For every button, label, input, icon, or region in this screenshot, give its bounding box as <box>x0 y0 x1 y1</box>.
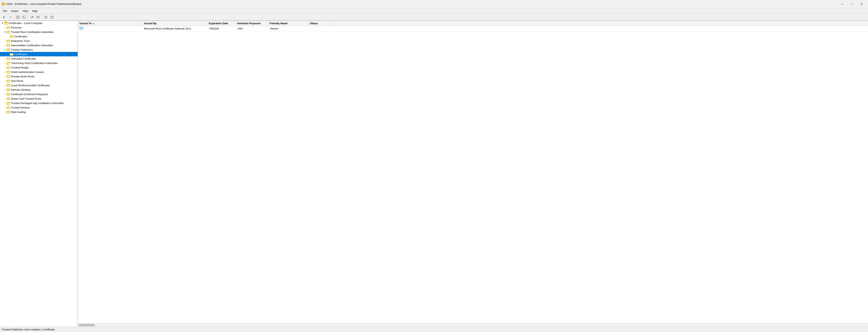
refresh-icon <box>30 15 34 19</box>
root-expand-icon[interactable]: ▼ <box>1 22 4 25</box>
tree-item-untrusted[interactable]: › Untrusted Certificates <box>0 56 78 61</box>
svg-text:?: ? <box>45 16 46 19</box>
menu-help[interactable]: Help <box>30 9 40 13</box>
intermediate-expand-icon[interactable]: › <box>3 44 6 47</box>
properties-icon <box>50 15 54 19</box>
col-header-status-label: Status <box>310 22 318 25</box>
tree-item-intermediate-label: Intermediate Certification Authorities <box>11 44 53 47</box>
tree-item-third-party[interactable]: › Third-Party Root Certification Authori… <box>0 61 78 65</box>
trusted-people-expand-icon[interactable]: › <box>3 66 6 69</box>
export-button[interactable] <box>35 15 41 20</box>
tree-item-cert-enrollment[interactable]: › Certificate Enrollment Requests <box>0 92 78 96</box>
web-hosting-expand-icon[interactable]: › <box>3 110 6 113</box>
h-scroll-thumb[interactable] <box>79 324 95 326</box>
svg-rect-4 <box>17 16 18 19</box>
trusted-packaged-folder-icon <box>6 101 10 105</box>
svg-rect-61 <box>7 80 10 82</box>
menu-bar: File Action View Help <box>0 8 868 14</box>
local-nonremovable-expand-icon[interactable]: › <box>3 84 6 87</box>
tree-item-local-nonremovable[interactable]: › Local NonRemovable Certificates <box>0 83 78 88</box>
col-header-issued-by[interactable]: Issued By <box>143 21 207 26</box>
tree-item-trusted-publishers-label: Trusted Publishers <box>11 48 33 51</box>
tree-root[interactable]: ▼ Certificates - Local Computer <box>0 21 78 25</box>
tree-item-enterprise-trust[interactable]: › Enterprise Trust <box>0 39 78 43</box>
svg-rect-73 <box>7 98 10 100</box>
tree-item-web-hosting[interactable]: › Web Hosting <box>0 110 78 114</box>
svg-rect-79 <box>7 107 10 109</box>
trusted-publishers-expand-icon[interactable]: ▼ <box>3 48 6 51</box>
window-title: certlm - [Certificates - Local Computer\… <box>6 3 81 5</box>
tree-item-trusted-packaged-label: Trusted Packaged App Installation Author… <box>11 102 64 105</box>
tree-item-test-roots-label: Test Roots <box>11 79 23 82</box>
back-button[interactable] <box>1 15 7 20</box>
tree-item-personal[interactable]: › Personal <box>0 25 78 30</box>
tree-item-trusted-people[interactable]: › Trusted People <box>0 65 78 70</box>
col-header-status[interactable]: Status <box>308 21 329 26</box>
refresh-button[interactable] <box>29 15 35 20</box>
svg-text:🔐: 🔐 <box>3 3 4 5</box>
tree-item-trusted-root[interactable]: ▼ Trusted Root Certification Authorities <box>0 30 78 34</box>
tree-item-trusted-publishers-certs[interactable]: › Certificates <box>0 52 78 56</box>
svg-rect-22 <box>4 23 7 24</box>
tree-item-test-roots[interactable]: › Test Roots <box>0 78 78 83</box>
tree-item-enterprise-trust-label: Enterprise Trust <box>11 39 30 42</box>
tree-item-third-party-label: Third-Party Root Certification Authoriti… <box>11 62 58 65</box>
third-party-expand-icon[interactable]: › <box>3 61 6 65</box>
third-party-folder-icon <box>6 61 10 65</box>
minimize-button[interactable]: — <box>838 1 847 7</box>
properties-button[interactable] <box>49 15 55 20</box>
col-header-expiration-date[interactable]: Expiration Date <box>207 21 236 26</box>
col-header-intended-purposes[interactable]: Intended Purposes <box>236 21 268 26</box>
menu-view[interactable]: View <box>21 9 30 13</box>
tree-item-remote-desktop[interactable]: › Remote Desktop <box>0 88 78 92</box>
client-auth-expand-icon[interactable]: › <box>3 70 6 73</box>
tree-item-smart-card-label: Smart Card Trusted Roots <box>11 97 41 100</box>
tree-item-smart-card[interactable]: › Smart Card Trusted Roots <box>0 96 78 101</box>
trusted-devices-expand-icon[interactable]: › <box>3 106 6 109</box>
web-hosting-folder-icon <box>6 110 10 113</box>
trusted-publishers-certs-folder-icon <box>10 53 13 56</box>
help-icon: ? <box>44 15 48 19</box>
tree-item-intermediate[interactable]: › Intermediate Certification Authorities <box>0 43 78 47</box>
trusted-root-expand-icon[interactable]: ▼ <box>3 30 6 34</box>
list-body: Microsoft Root Certificate Authority 201… <box>78 26 868 323</box>
show-hide-console-button[interactable] <box>15 15 21 20</box>
menu-file[interactable]: File <box>1 9 9 13</box>
svg-rect-76 <box>7 103 10 104</box>
test-roots-expand-icon[interactable]: › <box>3 79 6 82</box>
forward-button[interactable] <box>7 15 13 20</box>
tree-item-trusted-root-certs[interactable]: › Certificates <box>0 34 78 39</box>
remote-desktop-expand-icon[interactable]: › <box>3 88 6 91</box>
col-header-issued-to[interactable]: Issued To ▲ <box>78 21 143 26</box>
horizontal-scrollbar[interactable] <box>78 323 868 327</box>
svg-rect-41 <box>7 49 10 51</box>
personal-expand-icon[interactable]: › <box>3 26 6 29</box>
smart-card-expand-icon[interactable]: › <box>3 97 6 100</box>
svg-rect-55 <box>7 71 10 73</box>
new-window-button[interactable] <box>21 15 27 20</box>
preview-build-expand-icon[interactable]: › <box>3 75 6 78</box>
tree-item-client-auth[interactable]: › Client Authentication Issuers <box>0 70 78 74</box>
tree-item-remote-desktop-label: Remote Desktop <box>11 88 31 91</box>
untrusted-expand-icon[interactable]: › <box>3 57 6 60</box>
cert-enrollment-folder-icon <box>6 93 10 96</box>
tree-item-preview-build[interactable]: › Preview Build Roots <box>0 74 78 78</box>
tree-item-trusted-devices-label: Trusted Devices <box>11 106 30 109</box>
col-header-friendly-name[interactable]: Friendly Name <box>268 21 308 26</box>
trusted-packaged-expand-icon[interactable]: › <box>3 101 6 105</box>
list-header: Issued To ▲ Issued By Expiration Date In… <box>78 21 868 26</box>
menu-action[interactable]: Action <box>9 9 21 13</box>
tree-item-trusted-publishers[interactable]: ▼ Trusted Publishers <box>0 47 78 52</box>
cert-enrollment-expand-icon[interactable]: › <box>3 93 6 96</box>
enterprise-trust-expand-icon[interactable]: › <box>3 39 6 42</box>
help-button[interactable]: ? <box>43 15 49 20</box>
col-header-intended-purposes-label: Intended Purposes <box>237 22 261 25</box>
maximize-button[interactable]: □ <box>847 1 857 7</box>
tree-item-untrusted-label: Untrusted Certificates <box>11 57 36 60</box>
table-row[interactable]: Microsoft Root Certificate Authority 201… <box>78 26 868 31</box>
close-button[interactable]: ✕ <box>857 1 866 7</box>
tree-item-trusted-devices[interactable]: › Trusted Devices <box>0 105 78 110</box>
tree-root-label: Certificates - Local Computer <box>8 22 42 25</box>
smart-card-folder-icon <box>6 97 10 100</box>
tree-item-trusted-packaged[interactable]: › Trusted Packaged App Installation Auth… <box>0 101 78 105</box>
